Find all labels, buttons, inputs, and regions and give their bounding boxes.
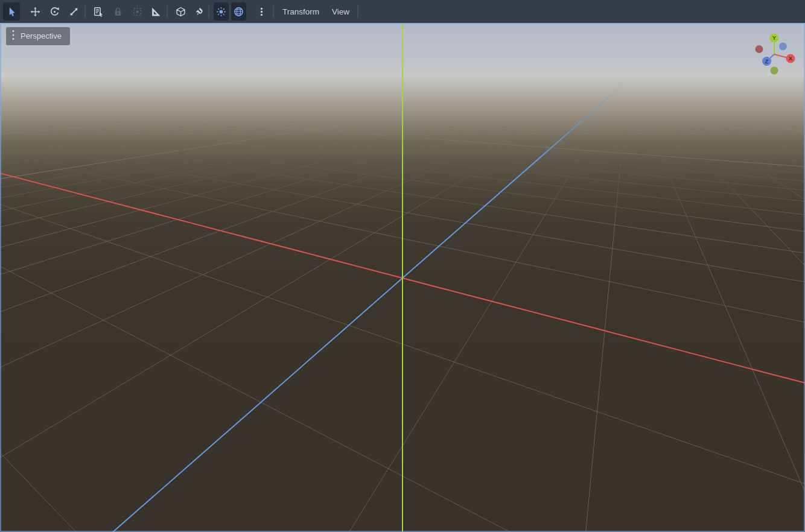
- move-mode-button[interactable]: [27, 2, 43, 21]
- toolbar-separator: [273, 5, 274, 18]
- kebab-icon: [256, 7, 267, 17]
- move-icon: [30, 7, 40, 17]
- use-local-space-button[interactable]: [172, 2, 189, 21]
- list-select-icon: [94, 7, 104, 17]
- list-select-button[interactable]: [90, 2, 107, 21]
- scale-icon: [69, 7, 79, 17]
- group-icon: [132, 7, 142, 17]
- lock-selected-button[interactable]: [109, 2, 126, 21]
- view-menu[interactable]: View: [326, 0, 355, 23]
- gizmo-x-label: X: [789, 55, 793, 62]
- group-selected-button[interactable]: [129, 2, 145, 21]
- perspective-label: Perspective: [21, 27, 62, 45]
- magnet-icon: [196, 7, 206, 17]
- toolbar-separator: [357, 5, 358, 18]
- 3d-viewport[interactable]: Y X Z Perspective: [0, 23, 805, 532]
- toolbar-separator: [84, 5, 86, 18]
- select-mode-button[interactable]: [3, 2, 20, 21]
- rotate-icon: [49, 7, 60, 17]
- preview-environment-button[interactable]: [231, 2, 246, 21]
- toolbar-separator: [167, 5, 168, 18]
- 3d-scene[interactable]: Y X Z: [0, 23, 805, 532]
- gizmo-neg-z-ball[interactable]: [779, 43, 787, 51]
- viewport-toolbar: Transform View: [0, 0, 805, 23]
- lock-icon: [113, 7, 123, 17]
- cube-icon: [176, 7, 186, 17]
- use-snap-button[interactable]: [192, 2, 209, 21]
- sun-environment-options-button[interactable]: [253, 2, 270, 21]
- transform-menu[interactable]: Transform: [276, 0, 325, 23]
- preview-sunlight-button[interactable]: [214, 2, 229, 21]
- perspective-dropdown[interactable]: Perspective: [6, 27, 70, 45]
- ruler-mode-button[interactable]: [147, 2, 164, 21]
- sun-icon: [216, 7, 226, 17]
- rotate-mode-button[interactable]: [46, 2, 63, 21]
- gizmo-neg-x-ball[interactable]: [756, 45, 763, 53]
- gizmo-neg-y-ball[interactable]: [771, 67, 778, 75]
- gizmo-y-label: Y: [772, 34, 777, 41]
- globe-icon: [234, 7, 244, 17]
- gizmo-z-label: Z: [765, 58, 769, 65]
- scale-mode-button[interactable]: [65, 2, 82, 21]
- cursor-icon: [7, 7, 17, 17]
- kebab-icon: [11, 30, 15, 43]
- toolbar-separator: [208, 5, 209, 18]
- ruler-icon: [151, 7, 161, 17]
- world-axis-y: [402, 23, 403, 532]
